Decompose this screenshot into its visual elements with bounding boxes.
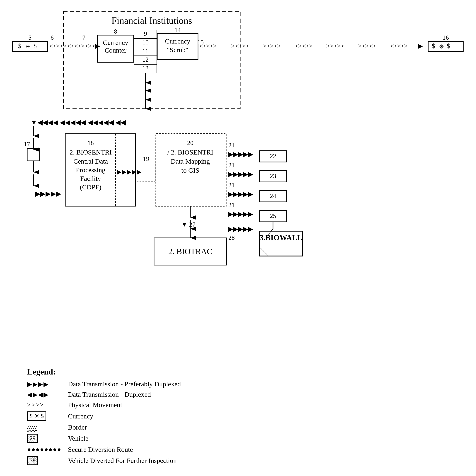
- svg-text:19: 19: [143, 155, 149, 162]
- border-italic-symbol: /////: [27, 424, 63, 431]
- currency-box-symbol: $ ☀ $: [27, 411, 63, 421]
- legend-label-data-transmission-pref: Data Transmission - Preferably Duplexed: [68, 380, 181, 388]
- svg-line-95: [259, 247, 269, 256]
- vehicle-diverted-symbol: 38: [27, 456, 63, 465]
- fi-title: Financial Institutions: [111, 16, 192, 26]
- svg-text:9: 9: [144, 30, 147, 37]
- svg-text:17: 17: [24, 140, 30, 148]
- svg-text:21: 21: [228, 162, 235, 169]
- svg-text:21: 21: [228, 182, 235, 188]
- svg-text:2. BIOTRAC: 2. BIOTRAC: [168, 247, 212, 256]
- legend-item-border: ///// Border: [27, 424, 231, 431]
- legend-item-data-transmission-duplex: ◀▶◀▶ Data Transmission - Duplexed: [27, 391, 231, 398]
- svg-text:8: 8: [114, 28, 117, 35]
- svg-text:>>>>>: >>>>>: [358, 42, 376, 49]
- legend-area: Legend: ▶▶▶▶ Data Transmission - Prefera…: [27, 367, 231, 468]
- arrows-right-filled-symbol: ▶▶▶▶: [27, 380, 63, 388]
- svg-text:Facility: Facility: [80, 175, 101, 182]
- svg-text:>>>>>: >>>>>: [326, 42, 344, 49]
- svg-rect-4: [63, 11, 240, 109]
- currency-box-legend: $ ☀ $: [27, 411, 46, 421]
- svg-text:▼ 27: ▼ 27: [181, 221, 196, 228]
- legend-item-data-transmission-duplex-pref: ▶▶▶▶ Data Transmission - Preferably Dupl…: [27, 380, 231, 388]
- legend-item-vehicle-diverted: 38 Vehicle Diverted For Further Inspecti…: [27, 456, 231, 465]
- svg-text:▶▶▶▶▶: ▶▶▶▶▶: [228, 151, 253, 158]
- svg-text:▶▶▶▶▶: ▶▶▶▶▶: [117, 168, 142, 175]
- svg-text:$: $: [432, 42, 435, 49]
- svg-text:☀: ☀: [439, 44, 444, 50]
- svg-text:Counter: Counter: [105, 47, 127, 54]
- legend-title: Legend:: [27, 367, 231, 376]
- svg-text:11: 11: [142, 47, 149, 54]
- svg-text:13: 13: [142, 65, 149, 72]
- svg-text:▶▶▶▶▶: ▶▶▶▶▶: [228, 210, 253, 218]
- svg-text:6: 6: [51, 34, 54, 41]
- svg-text:Currency: Currency: [165, 37, 190, 45]
- svg-text:Central Data: Central Data: [73, 157, 108, 165]
- svg-text:>>>>>>>>>>>>>▶: >>>>>>>>>>>>>▶: [49, 42, 100, 49]
- legend-item-secure-route: ●●●●●●●● Secure Diversion Route: [27, 446, 231, 453]
- legend-item-currency: $ ☀ $ Currency: [27, 411, 231, 421]
- svg-text:▶▶▶▶▶: ▶▶▶▶▶: [228, 170, 253, 178]
- vehicle-box-symbol: 29: [27, 434, 63, 443]
- svg-text:7: 7: [82, 34, 85, 41]
- svg-text:5: 5: [28, 34, 32, 41]
- svg-text:☀: ☀: [25, 44, 30, 50]
- svg-text:16: 16: [442, 34, 449, 41]
- svg-text:>>>>>: >>>>>: [390, 42, 408, 49]
- arrows-duplex-symbol: ◀▶◀▶: [27, 391, 63, 398]
- svg-text:>>>>>: >>>>>: [231, 42, 249, 49]
- legend-label-vehicle: Vehicle: [68, 435, 88, 442]
- svg-text:12: 12: [142, 56, 149, 63]
- svg-text:24: 24: [270, 192, 276, 199]
- diagram-area: Financial Institutions Currency Counter …: [0, 0, 476, 362]
- legend-label-secure-route: Secure Diversion Route: [68, 446, 133, 453]
- svg-text:>>>>>: >>>>>: [199, 42, 217, 49]
- svg-text:>>>>>: >>>>>: [294, 42, 312, 49]
- svg-text:3.BIOWALL: 3.BIOWALL: [260, 233, 302, 242]
- svg-text:$: $: [447, 42, 450, 49]
- svg-text:/ 2. BIOSENTRI: / 2. BIOSENTRI: [168, 148, 213, 156]
- svg-text:▶▶▶▶▶: ▶▶▶▶▶: [228, 225, 253, 232]
- legend-label-vehicle-diverted: Vehicle Diverted For Further Inspection: [68, 457, 177, 464]
- legend-label-data-transmission: Data Transmission - Duplexed: [68, 391, 151, 398]
- svg-text:$: $: [34, 42, 37, 49]
- svg-text:Currency: Currency: [103, 39, 128, 46]
- svg-text:"Scrub": "Scrub": [167, 46, 188, 53]
- svg-text:to  GIS: to GIS: [181, 167, 199, 174]
- angles-right-symbol: >>>>: [27, 401, 63, 408]
- legend-label-border: Border: [68, 424, 87, 431]
- diagram-svg: Financial Institutions Currency Counter …: [0, 0, 476, 362]
- svg-text:$: $: [18, 42, 21, 49]
- svg-text:22: 22: [270, 153, 276, 159]
- legend-label-currency: Currency: [68, 412, 93, 420]
- svg-text:(CDPF): (CDPF): [80, 183, 101, 191]
- svg-text:20: 20: [187, 139, 193, 146]
- svg-text:23: 23: [270, 172, 276, 179]
- svg-text:14: 14: [174, 27, 181, 34]
- svg-text:21: 21: [228, 142, 235, 149]
- svg-text:▶▶▶▶▶: ▶▶▶▶▶: [35, 190, 61, 197]
- svg-text:▶: ▶: [418, 42, 423, 49]
- svg-text:Processing: Processing: [76, 166, 105, 173]
- svg-text:21: 21: [228, 201, 235, 208]
- svg-text:18: 18: [87, 139, 94, 146]
- dots-symbol: ●●●●●●●●: [27, 446, 63, 453]
- legend-label-physical-movement: Physical Movement: [68, 401, 122, 409]
- svg-text:>>>>>: >>>>>: [263, 42, 281, 49]
- svg-text:28: 28: [228, 234, 235, 241]
- legend-item-physical-movement: >>>> Physical Movement: [27, 401, 231, 409]
- svg-text:25: 25: [270, 212, 276, 219]
- svg-text:Data Mapping: Data Mapping: [171, 157, 210, 165]
- svg-text:2. BIOSENTRI: 2. BIOSENTRI: [69, 148, 112, 156]
- legend-item-vehicle: 29 Vehicle: [27, 434, 231, 443]
- svg-text:10: 10: [142, 39, 149, 46]
- svg-text:▼◀◀◀◀ ◀◀◀◀◀ ◀◀◀◀◀ ◀◀: ▼◀◀◀◀ ◀◀◀◀◀ ◀◀◀◀◀ ◀◀: [31, 119, 126, 126]
- svg-rect-52: [27, 148, 40, 161]
- svg-text:▶▶▶▶▶: ▶▶▶▶▶: [228, 190, 253, 198]
